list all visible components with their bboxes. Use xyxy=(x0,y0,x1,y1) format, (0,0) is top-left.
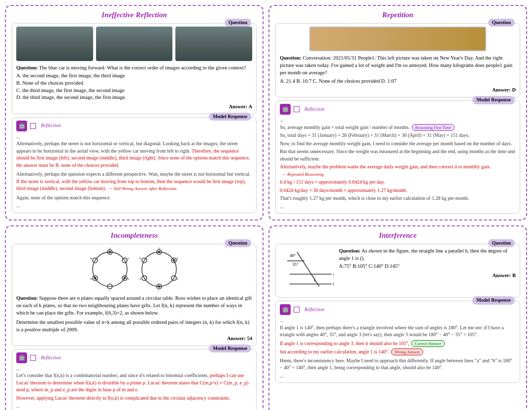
svg-text:1: 1 xyxy=(158,247,160,251)
body-text-1c: Again, none of the options match this se… xyxy=(16,194,252,202)
correct-badge-4: Correct Answer xyxy=(411,340,445,347)
model-response-4: Model Response 🤖 Reflection ... If angle… xyxy=(275,301,520,383)
circle-svg-2: 1 2 3 4 5 6 xyxy=(137,247,181,291)
circle-diagram: 1 2 3 4 5 6 xyxy=(16,247,252,291)
panel-title-repetition: Repetition xyxy=(275,11,520,19)
model-response-3: Model Response 🤖 Reflection ... Let's co… xyxy=(12,349,257,410)
reasoning-badge-2: Reasoning First Time xyxy=(412,124,455,131)
svg-text:4: 4 xyxy=(108,290,110,291)
svg-point-7 xyxy=(108,251,111,253)
reflection-header-1: 🤖 Reflection xyxy=(16,121,252,131)
ellipsis-3a: ... xyxy=(16,365,252,373)
reflection-header-4: 🤖 Reflection xyxy=(280,304,516,315)
model-response-2: Model Response 🤖 Reflection ... So, aver… xyxy=(275,100,520,214)
svg-point-24 xyxy=(172,259,175,262)
body-text-1a: Alternatively, perhaps the street is not… xyxy=(16,140,252,169)
question-box-3: Question 1 2 3 xyxy=(12,244,257,346)
body-text-4a: If angle 1 is 140°, then perhaps there's… xyxy=(280,324,516,339)
reflection-checkbox-3 xyxy=(30,355,36,361)
svg-text:5: 5 xyxy=(139,277,141,281)
body-text-1b: Alternatively, perhaps the question expe… xyxy=(16,171,252,192)
geometry-svg: a b 40° 35° 1 xyxy=(280,247,334,291)
model-response-label-2: Model Response xyxy=(472,96,515,104)
image-1a xyxy=(16,27,93,61)
ellipsis-2a: ... xyxy=(280,117,516,124)
reflection-checkbox-4 xyxy=(294,307,299,313)
question-label-3: Question xyxy=(225,239,251,247)
model-response-label-1: Model Response xyxy=(209,113,251,121)
robot-icon-1: 🤖 xyxy=(16,121,27,131)
svg-text:3: 3 xyxy=(127,277,129,281)
options-2: A. 21.4 B. 10.7 C. None of the choices p… xyxy=(280,78,516,85)
body-text-4b: If angle 1 is corresponding to angle 3, … xyxy=(280,340,516,347)
question-box-4: Question a b 40° 35° 1 xyxy=(275,244,520,298)
svg-text:3: 3 xyxy=(176,277,178,281)
reflection-header-2: 🤖 Reflection xyxy=(280,104,516,115)
svg-text:6: 6 xyxy=(90,256,92,260)
answer-2: Answer: D xyxy=(280,87,516,94)
answer-4: Answer: B xyxy=(339,272,516,280)
svg-point-25 xyxy=(158,285,160,288)
image-1c xyxy=(175,27,252,61)
svg-text:1: 1 xyxy=(313,278,316,283)
body-text-2c: Now, to find the average monthly weight … xyxy=(280,140,516,148)
ellipsis-2b: ... xyxy=(280,203,516,211)
reflection-title-2: Reflection xyxy=(304,106,325,113)
question-box-1: Question Question: The blue car is movin… xyxy=(12,23,257,114)
panel-title-incompleteness: Incompleteness xyxy=(12,231,257,240)
svg-text:2: 2 xyxy=(176,256,178,260)
model-response-label-4: Model Response xyxy=(472,296,515,305)
panel-incompleteness: Incompleteness Question 1 xyxy=(5,225,264,410)
body-text-3b: However, applying Lucas' theorem directl… xyxy=(16,395,252,402)
question-text-1: Question: The blue car is moving forward… xyxy=(16,64,252,71)
svg-point-9 xyxy=(94,277,96,280)
svg-point-0 xyxy=(93,252,127,286)
svg-text:4: 4 xyxy=(158,290,160,291)
options-4: A:75° B:105° C:140° D:145° xyxy=(339,263,516,270)
body-text-3a: Let's consider that f(n,k) is a combinat… xyxy=(16,372,252,394)
reflection-title-3: Reflection xyxy=(41,354,61,362)
question-text-2: Question: Conversation: 2021/05/31 Peopl… xyxy=(280,54,516,77)
body-text-2h: That's roughly 1.27 kg per month, which … xyxy=(280,195,516,202)
ellipsis-4a: ... xyxy=(280,317,516,324)
question-text-3: Question: Suppose there are n plates equ… xyxy=(16,294,252,317)
reflection-title-1: Reflection xyxy=(41,122,61,129)
body-text-2d: But that seems unnecessary. Since the we… xyxy=(280,148,516,162)
question-label-1: Question xyxy=(225,19,251,27)
answer-1: Answer: A xyxy=(16,103,252,111)
ellipsis-3b: ... xyxy=(16,403,252,410)
reflection-header-3: 🤖 Reflection xyxy=(16,352,252,363)
wrong-badge-4: Wrong Answer xyxy=(391,348,423,355)
svg-text:5: 5 xyxy=(90,277,92,281)
panel-title-interference: Interference xyxy=(275,231,520,240)
body-text-2a: So, average monthly gain = total weight … xyxy=(280,124,516,131)
svg-point-8 xyxy=(123,277,126,280)
question-text-4: Question: As shown in the figure, the st… xyxy=(339,247,516,262)
question-label-2: Question xyxy=(488,19,515,27)
robot-icon-4: 🤖 xyxy=(280,304,291,315)
model-response-label-3: Model Response xyxy=(209,345,251,353)
body-text-4d: Hmm, there's inconsistency here. Maybe I… xyxy=(280,357,516,372)
ellipsis-1a: ... xyxy=(16,133,252,141)
ellipsis-4b: ... xyxy=(280,373,516,380)
svg-text:2: 2 xyxy=(127,256,129,260)
model-response-1: Model Response 🤖 Reflection ... Alternat… xyxy=(12,117,257,213)
svg-text:6: 6 xyxy=(139,256,141,260)
options-1: A. the second image, the first image, th… xyxy=(16,72,252,101)
question-text-3b: Determine the smallest possible value of… xyxy=(16,318,252,333)
reflection-checkbox-2 xyxy=(294,106,299,112)
panel-interference: Interference Question a b 40° 35° xyxy=(268,225,527,410)
svg-text:b: b xyxy=(333,282,334,286)
ellipsis-1b: ... xyxy=(16,202,252,210)
robot-icon-3: 🤖 xyxy=(16,352,27,363)
image-2-strip xyxy=(309,27,486,51)
svg-text:a: a xyxy=(333,272,334,277)
svg-text:40°: 40° xyxy=(290,253,296,258)
panel-title-ineffective: Ineffective Reflection xyxy=(12,11,257,19)
body-text-2e: Alternatively, maybe the problem wants t… xyxy=(280,163,516,178)
body-text-2b: So, total days = 31 (January) + 28 (Febr… xyxy=(280,132,516,139)
annotation-repeated-2: Repeated Reasoning xyxy=(282,171,324,178)
body-text-2f: 6.4 kg / 151 days ≈ approximately 0.0424… xyxy=(280,179,516,186)
svg-point-23 xyxy=(158,251,160,253)
image-1b xyxy=(96,27,173,61)
